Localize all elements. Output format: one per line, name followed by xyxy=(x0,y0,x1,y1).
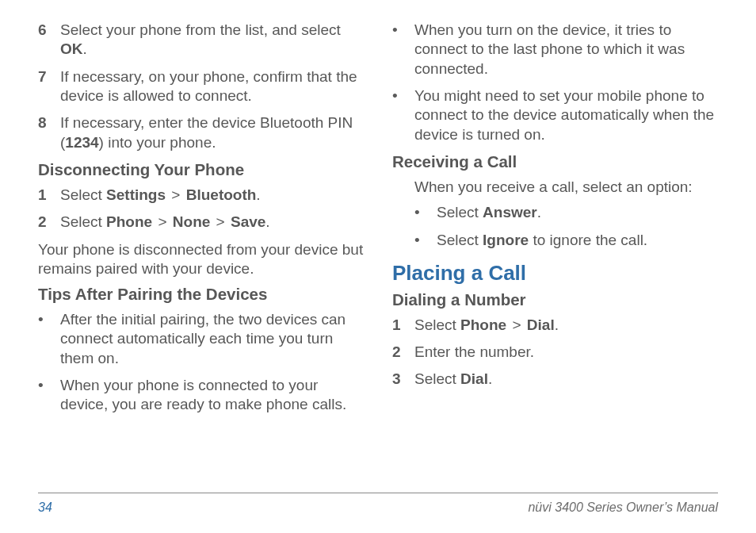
step-number: 3 xyxy=(392,370,414,389)
heading-tips: Tips After Pairing the Devices xyxy=(38,285,364,304)
step-body: Select your phone from the list, and sel… xyxy=(60,21,364,59)
bold: OK xyxy=(60,40,83,57)
bold: Bluetooth xyxy=(186,186,257,203)
separator: > xyxy=(506,316,527,333)
bold: Settings xyxy=(106,186,166,203)
step-number: 1 xyxy=(392,316,414,335)
bold: Phone xyxy=(106,213,152,230)
step-body: Enter the number. xyxy=(414,343,718,362)
text: Select xyxy=(437,204,483,220)
option-body: Select Ignore to ignore the call. xyxy=(437,231,718,250)
right-column: • When you turn on the device, it tries … xyxy=(392,21,718,474)
page: 6 Select your phone from the list, and s… xyxy=(0,0,756,533)
dial-step-2: 2 Enter the number. xyxy=(392,343,718,362)
footer: 34 nüvi 3400 Series Owner’s Manual xyxy=(38,500,718,515)
columns: 6 Select your phone from the list, and s… xyxy=(38,21,718,474)
step-body: Select Dial. xyxy=(414,370,718,389)
step-number: 8 xyxy=(38,113,60,152)
step-number: 1 xyxy=(38,186,60,205)
bold: Dial xyxy=(527,316,555,333)
bullet-body: You might need to set your mobile phone … xyxy=(414,86,718,144)
bold: Phone xyxy=(460,316,506,333)
separator: > xyxy=(166,186,186,203)
tips-cont-bullet-1: • When you turn on the device, it tries … xyxy=(392,21,718,79)
step-body: If necessary, enter the device Bluetooth… xyxy=(60,113,364,152)
step-number: 6 xyxy=(38,21,60,59)
heading-placing: Placing a Call xyxy=(392,261,718,286)
disconnect-note: Your phone is disconnected from your dev… xyxy=(38,240,364,279)
disconnect-step-2: 2 Select Phone > None > Save. xyxy=(38,213,364,232)
bold: 1234 xyxy=(65,134,98,151)
option-body: Select Answer. xyxy=(437,203,718,222)
disconnect-step-1: 1 Select Settings > Bluetooth. xyxy=(38,186,364,205)
footer-title: nüvi 3400 Series Owner’s Manual xyxy=(528,500,718,515)
dial-step-3: 3 Select Dial. xyxy=(392,370,718,389)
left-column: 6 Select your phone from the list, and s… xyxy=(38,21,364,474)
tips-bullet-1: • After the initial pairing, the two dev… xyxy=(38,310,364,368)
text: . xyxy=(555,316,559,333)
footer-rule xyxy=(38,493,718,493)
page-number: 34 xyxy=(38,500,52,515)
text: Select xyxy=(437,232,483,248)
bold: Save xyxy=(231,213,265,230)
step-8: 8 If necessary, enter the device Bluetoo… xyxy=(38,113,364,152)
step-6: 6 Select your phone from the list, and s… xyxy=(38,21,364,59)
bold: Dial xyxy=(460,370,488,387)
bullet-icon: • xyxy=(392,86,414,144)
bold: Answer xyxy=(483,204,537,220)
dial-step-1: 1 Select Phone > Dial. xyxy=(392,316,718,335)
separator: > xyxy=(210,213,231,230)
separator: > xyxy=(152,213,173,230)
step-number: 2 xyxy=(392,343,414,362)
bullet-icon: • xyxy=(414,231,437,250)
text: Select your phone from the list, and sel… xyxy=(60,21,341,38)
text: . xyxy=(265,213,269,230)
step-body: Select Settings > Bluetooth. xyxy=(60,186,364,205)
bullet-icon: • xyxy=(38,376,60,415)
step-number: 2 xyxy=(38,213,60,232)
bold: Ignore xyxy=(483,232,529,248)
tips-cont-bullet-2: • You might need to set your mobile phon… xyxy=(392,86,718,144)
receiving-option-1: • Select Answer. xyxy=(392,203,718,222)
text: . xyxy=(488,370,492,387)
text: to ignore the call. xyxy=(529,232,647,248)
bullet-icon: • xyxy=(392,21,414,79)
bullet-body: When you turn on the device, it tries to… xyxy=(414,21,718,79)
tips-bullet-2: • When your phone is connected to your d… xyxy=(38,376,364,415)
text: ) into your phone. xyxy=(99,134,216,151)
bullet-body: After the initial pairing, the two devic… xyxy=(60,310,364,368)
heading-receiving: Receiving a Call xyxy=(392,152,718,171)
step-body: Select Phone > None > Save. xyxy=(60,213,364,232)
step-number: 7 xyxy=(38,67,60,106)
bullet-body: When your phone is connected to your dev… xyxy=(60,376,364,415)
heading-disconnecting: Disconnecting Your Phone xyxy=(38,160,364,179)
bullet-icon: • xyxy=(38,310,60,368)
bullet-icon: • xyxy=(414,203,437,222)
text: Select xyxy=(414,316,460,333)
step-body: Select Phone > Dial. xyxy=(414,316,718,335)
text: . xyxy=(256,186,260,203)
receiving-intro: When you receive a call, select an optio… xyxy=(392,178,718,197)
step-body: If necessary, on your phone, confirm tha… xyxy=(60,67,364,106)
text: Select xyxy=(60,213,106,230)
text: Select xyxy=(60,186,106,203)
text: . xyxy=(83,40,87,57)
step-7: 7 If necessary, on your phone, confirm t… xyxy=(38,67,364,106)
receiving-option-2: • Select Ignore to ignore the call. xyxy=(392,231,718,250)
text: Select xyxy=(414,370,460,387)
heading-dialing: Dialing a Number xyxy=(392,290,718,309)
text: . xyxy=(537,204,541,220)
bold: None xyxy=(173,213,211,230)
